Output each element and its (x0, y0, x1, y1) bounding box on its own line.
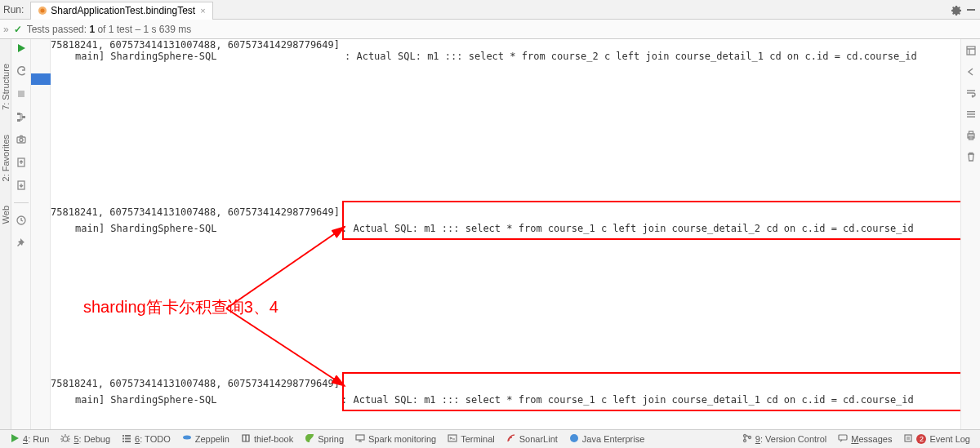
console-line: 75818241, 607573414131007488, 6075734142… (51, 378, 340, 389)
svg-rect-5 (22, 116, 25, 118)
event-icon (903, 433, 913, 445)
svg-point-33 (570, 434, 578, 442)
svg-rect-25 (125, 435, 131, 437)
toolwin-spark-monitoring[interactable]: Spark monitoring (350, 433, 441, 445)
svg-rect-38 (905, 435, 911, 441)
toolwin-label: Spark monitoring (368, 434, 436, 444)
console-line: 75818241, 607573414131007488, 6075734142… (51, 39, 340, 51)
trash-icon[interactable] (964, 150, 978, 163)
close-icon[interactable]: × (200, 6, 205, 16)
svg-rect-27 (125, 438, 131, 440)
test-result-bar: » ✓ Tests passed: 1 of 1 test – 1 s 639 … (0, 20, 980, 39)
svg-point-30 (183, 436, 191, 440)
msg-icon (838, 433, 848, 445)
print-icon[interactable] (964, 129, 978, 142)
toolwin-9-version-control[interactable]: 9: Version Control (737, 433, 831, 445)
bug-icon (60, 433, 70, 445)
stop-icon[interactable] (14, 86, 29, 101)
branch-icon (742, 433, 752, 445)
svg-rect-19 (967, 116, 975, 118)
console-line: 75818241, 607573414131007488, 6075734142… (51, 206, 340, 218)
console-line: : Actual SQL: m1 ::: select * from cours… (341, 394, 914, 406)
svg-rect-2 (967, 9, 975, 11)
run-label: Run: (3, 4, 24, 16)
reload-icon[interactable] (14, 64, 29, 78)
sonar-icon (506, 433, 516, 445)
svg-rect-17 (967, 111, 975, 113)
history-icon[interactable] (14, 213, 29, 228)
toolwin-label: Java Enterprise (582, 434, 644, 444)
toolwin-event-log[interactable]: 2Event Log (898, 433, 975, 445)
svg-rect-21 (969, 131, 973, 134)
toolwin-thief-book[interactable]: thief-book (236, 433, 298, 445)
menu-icon[interactable] (964, 108, 978, 121)
svg-rect-26 (122, 438, 124, 440)
export-icon[interactable] (14, 155, 29, 170)
pin-icon[interactable] (14, 236, 29, 251)
monitor-icon (355, 433, 365, 445)
scroll-left-icon[interactable] (964, 65, 978, 78)
toolwin-zeppelin[interactable]: Zeppelin (177, 433, 234, 445)
toolwin-terminal[interactable]: Terminal (443, 433, 500, 445)
svg-point-34 (743, 435, 746, 437)
toolwin-label: 6: TODO (135, 434, 171, 444)
toolwin-label: 9: Version Control (755, 434, 826, 444)
play-icon (10, 433, 20, 445)
console-line: : Actual SQL: m1 ::: select * from cours… (341, 223, 914, 234)
svg-point-8 (20, 139, 23, 142)
expand-icon[interactable]: » (3, 24, 9, 35)
import-icon[interactable] (14, 178, 29, 193)
terminal-icon (448, 433, 457, 445)
svg-point-23 (63, 437, 68, 441)
leaf-icon (305, 433, 314, 445)
toolwin-6-todo[interactable]: 6: TODO (117, 433, 176, 445)
toolwin-label: Event Log (929, 434, 970, 444)
toolwin-label: Spring (318, 434, 344, 444)
toolwin-sonarlint[interactable]: SonarLint (501, 433, 563, 445)
toolwin-label: Terminal (461, 434, 495, 444)
badge: 2 (916, 434, 926, 444)
run-gutter-secondary (31, 39, 51, 429)
toolwin-4-run[interactable]: 4: Run (5, 433, 54, 445)
jee-icon (569, 433, 579, 445)
toolwin-messages[interactable]: Messages (833, 433, 897, 445)
toolwin-5-debug[interactable]: 5: Debug (56, 433, 115, 445)
toolwin-label: Messages (851, 434, 892, 444)
toolwin-label: SonarLint (519, 434, 558, 444)
gear-icon[interactable] (949, 3, 962, 16)
test-icon (38, 6, 47, 16)
svg-point-1 (41, 9, 45, 13)
toolwin-label: 5: Debug (74, 434, 110, 444)
toolwin-java-enterprise[interactable]: Java Enterprise (564, 433, 649, 445)
svg-rect-28 (122, 441, 124, 442)
book-icon (241, 433, 251, 445)
tool-window-header: Run: ShardApplicationTest.bindingTest × (0, 0, 980, 20)
console-line: : Actual SQL: m1 ::: select * from cours… (345, 51, 917, 62)
tool-web[interactable]: Web (1, 206, 11, 224)
tool-structure[interactable]: 7: Structure (1, 64, 11, 110)
tool-favorites[interactable]: 2: Favorites (1, 135, 11, 181)
left-tool-strip: 7: Structure 2: Favorites Web (0, 39, 11, 429)
toolwin-spring[interactable]: Spring (300, 433, 349, 445)
hide-icon[interactable] (965, 4, 977, 16)
annotation-text: sharding笛卡尔积查询3、4 (83, 296, 278, 318)
svg-rect-6 (17, 119, 20, 122)
toolwin-label: thief-book (254, 434, 293, 444)
toolwin-label: Zeppelin (195, 434, 229, 444)
layout-icon[interactable] (964, 44, 978, 57)
selection-marker (31, 73, 51, 85)
camera-icon[interactable] (14, 132, 29, 147)
softwrap-icon[interactable] (964, 86, 978, 100)
status-tool-bar: 4: Run5: Debug6: TODOZeppelinthief-bookS… (0, 429, 980, 448)
svg-rect-3 (18, 91, 24, 97)
console-line: main] ShardingSphere-SQL (75, 223, 216, 234)
console-line: main] ShardingSphere-SQL (75, 51, 216, 62)
svg-rect-16 (967, 47, 975, 55)
check-icon: ✓ (14, 24, 22, 35)
rerun-button[interactable] (14, 41, 29, 55)
run-tabs: ShardApplicationTest.bindingTest × (30, 0, 212, 19)
tree-icon[interactable] (14, 109, 29, 124)
run-tab-binding-test[interactable]: ShardApplicationTest.bindingTest × (30, 2, 212, 20)
console-output[interactable]: 75818241, 607573414131007488, 6075734142… (51, 39, 960, 429)
svg-point-35 (743, 440, 746, 442)
